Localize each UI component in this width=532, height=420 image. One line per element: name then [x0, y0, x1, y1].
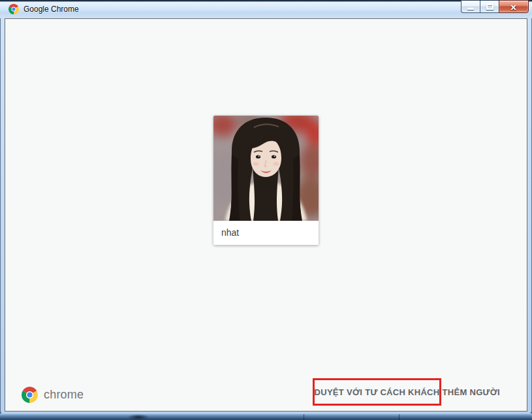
- window-titlebar[interactable]: Google Chrome x: [0, 0, 532, 18]
- browse-as-guest-button[interactable]: DUYỆT VỚI TƯ CÁCH KHÁCH: [315, 387, 440, 397]
- annotation-highlight: DUYỆT VỚI TƯ CÁCH KHÁCH: [313, 378, 441, 406]
- add-person-button[interactable]: THÊM NGƯỜI: [443, 387, 500, 397]
- windows-taskbar[interactable]: [0, 413, 532, 420]
- close-icon: x: [510, 3, 516, 11]
- window-title: Google Chrome: [23, 5, 79, 14]
- chrome-logo-icon: [8, 4, 19, 14]
- profile-name: nhat: [213, 221, 319, 245]
- close-button[interactable]: x: [499, 0, 529, 13]
- minimize-icon: [467, 8, 474, 10]
- chrome-profile-picker-window: Google Chrome x: [0, 0, 532, 415]
- profile-card[interactable]: nhat: [213, 116, 319, 245]
- taskbar-shadow: [127, 414, 149, 420]
- window-controls: x: [461, 0, 529, 13]
- brand-label: chrome: [44, 388, 84, 402]
- restore-button[interactable]: [480, 0, 499, 13]
- profile-avatar: [213, 116, 319, 221]
- content-area: nhat chrome DUYỆT VỚI TƯ CÁCH KHÁCH THÊM…: [5, 18, 527, 412]
- taskbar-separator: [399, 414, 399, 420]
- taskbar-separator: [304, 414, 304, 420]
- restore-icon: [486, 4, 493, 10]
- minimize-button[interactable]: [461, 0, 480, 13]
- chrome-logo-icon: [22, 387, 38, 403]
- add-person-container: THÊM NGƯỜI: [443, 378, 500, 406]
- chrome-brand: chrome: [22, 386, 84, 403]
